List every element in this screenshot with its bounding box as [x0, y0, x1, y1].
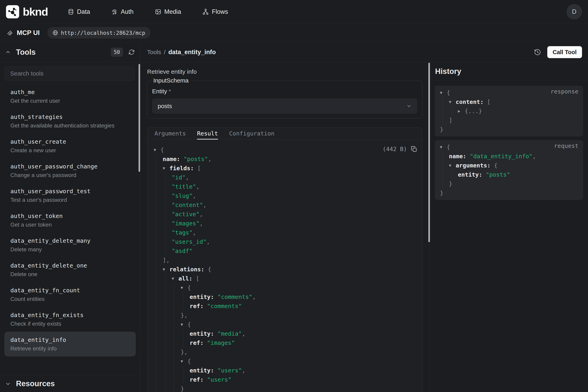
tool-description: Create a new user — [10, 147, 130, 154]
json-row: ▼{ — [154, 320, 417, 329]
json-row: } — [440, 179, 579, 188]
mcp-title: MCP UI — [17, 29, 40, 36]
tool-name: auth_user_password_change — [10, 163, 130, 170]
tool-list-item[interactable]: auth_user_password_testTest a user's pas… — [4, 183, 136, 208]
tool-detail-header: Tools / data_entity_info Call Tool — [140, 42, 588, 62]
tab-configuration[interactable]: Configuration — [229, 128, 274, 140]
json-row: entity: "users", — [154, 366, 417, 375]
tool-list-item[interactable]: auth_user_tokenGet a user token — [4, 208, 136, 232]
json-row: ref: "comments" — [154, 302, 417, 311]
collapse-toggle-icon[interactable]: ▼ — [449, 97, 456, 106]
collapse-toggle-icon[interactable]: ▼ — [181, 357, 188, 366]
mcp-url-pill[interactable]: http://localhost:28623/mcp — [47, 27, 151, 38]
search-tools-input[interactable]: Search tools — [4, 66, 135, 80]
tool-name: auth_me — [10, 88, 130, 96]
collapse-toggle-icon[interactable]: ▼ — [181, 320, 188, 329]
nav-item-media[interactable]: Media — [155, 8, 181, 16]
collapse-toggle-icon[interactable]: ▼ — [172, 274, 179, 283]
tab-bar: Arguments Result Configuration — [147, 128, 422, 140]
content-scrollbar[interactable] — [428, 63, 430, 242]
primary-nav: Data Auth — [68, 8, 228, 16]
json-row: entity: "posts" — [440, 170, 579, 179]
brand-logo[interactable]: bknd — [6, 5, 48, 18]
tool-list-item[interactable]: data_entity_infoRetrieve entity info — [4, 332, 136, 356]
json-row: entity: "comments", — [154, 292, 417, 302]
breadcrumb-separator: / — [164, 49, 166, 56]
json-row: "slug", — [154, 191, 417, 200]
tool-name: data_entity_fn_exists — [10, 311, 130, 319]
json-row: ▼all: [ — [154, 274, 417, 283]
nav-item-auth[interactable]: Auth — [111, 8, 134, 16]
tool-description: Delete many — [10, 246, 130, 253]
tab-arguments[interactable]: Arguments — [155, 128, 186, 140]
resources-section-header[interactable]: Resources — [0, 375, 140, 392]
collapse-toggle-icon[interactable]: ▼ — [449, 161, 456, 170]
result-json-viewer: ▼{name: "posts",▼fields: ["id","title","… — [147, 140, 422, 392]
image-icon — [155, 8, 161, 15]
json-row: } — [154, 384, 417, 392]
tool-list-item[interactable]: auth_user_password_changeChange a user's… — [4, 158, 136, 183]
tool-list-item[interactable]: data_entity_fn_countCount entities — [4, 282, 136, 307]
tool-list-item[interactable]: data_entity_fn_existsCheck if entity exi… — [4, 307, 136, 332]
collapse-toggle-icon[interactable]: ▼ — [181, 283, 188, 292]
mcp-logo-icon — [6, 29, 13, 36]
globe-icon — [52, 30, 58, 36]
tool-description: Get the current user — [10, 98, 130, 104]
sidebar-scrollbar[interactable] — [139, 64, 140, 172]
history-request-card[interactable]: request ▼{name: "data_entity_info",▼argu… — [435, 140, 583, 200]
tool-list-item[interactable]: auth_strategiesGet the available authent… — [4, 109, 136, 134]
json-row: ], — [154, 256, 417, 265]
tool-description: Change a user's password — [10, 172, 130, 178]
chevron-up-icon[interactable] — [5, 49, 11, 55]
collapse-toggle-icon[interactable]: ▼ — [154, 145, 161, 154]
resources-section-title: Resources — [16, 380, 55, 388]
entity-select[interactable]: posts — [152, 98, 417, 114]
json-row: "tags", — [154, 228, 417, 237]
nav-item-label: Data — [77, 8, 90, 16]
collapse-toggle-icon[interactable]: ▼ — [440, 88, 447, 97]
workflow-icon — [202, 8, 209, 15]
tool-name: auth_user_password_test — [10, 188, 130, 195]
nav-item-flows[interactable]: Flows — [202, 8, 228, 16]
user-avatar[interactable]: D — [567, 4, 582, 20]
breadcrumb-section[interactable]: Tools — [147, 49, 161, 56]
tool-list-item[interactable]: auth_user_createCreate a new user — [4, 134, 136, 158]
collapse-toggle-icon[interactable]: ▼ — [163, 265, 170, 274]
call-tool-button[interactable]: Call Tool — [547, 46, 582, 58]
history-icon[interactable] — [534, 48, 541, 56]
history-response-card[interactable]: response ▼{▼content: [▶{...}]} — [435, 86, 583, 136]
tab-result[interactable]: Result — [197, 128, 218, 140]
expand-toggle-icon[interactable]: ▶ — [458, 106, 465, 116]
tool-list-item[interactable]: data_entity_delete_manyDelete many — [4, 232, 136, 257]
tools-section-title: Tools — [16, 48, 36, 56]
json-row: ▼{ — [154, 145, 417, 154]
response-label: response — [551, 88, 579, 95]
copy-icon[interactable] — [410, 146, 417, 152]
refresh-icon[interactable] — [128, 49, 135, 56]
collapse-toggle-icon[interactable]: ▼ — [163, 164, 170, 173]
tool-description: Get the available authentication strateg… — [10, 122, 130, 129]
tool-description: Retrieve entity info — [147, 68, 430, 75]
json-row: "content", — [154, 200, 417, 210]
tool-name: data_entity_info — [10, 336, 130, 344]
breadcrumb-current-tool: data_entity_info — [168, 48, 216, 56]
required-mark: * — [169, 88, 171, 94]
tool-list-item[interactable]: auth_meGet the current user — [4, 84, 136, 109]
tool-list-item[interactable]: data_entity_delete_oneDelete one — [4, 257, 136, 282]
json-row: name: "posts", — [154, 154, 417, 164]
json-row: "title", — [154, 182, 417, 191]
json-row: }, — [154, 311, 417, 320]
collapse-toggle-icon[interactable]: ▼ — [440, 142, 447, 152]
nav-item-data[interactable]: Data — [68, 8, 90, 16]
brand-name: bknd — [23, 5, 48, 18]
tool-description: Get a user token — [10, 221, 130, 228]
tools-section-header: Tools 50 — [0, 42, 140, 62]
input-schema-fieldset: InputSchema Entity* posts — [147, 80, 422, 118]
input-schema-legend: InputSchema — [151, 77, 191, 84]
json-row: "images", — [154, 219, 417, 228]
tool-name: auth_user_token — [10, 212, 130, 220]
json-row: ▼{ — [154, 357, 417, 366]
json-row: ref: "images" — [154, 338, 417, 348]
entity-select-value: posts — [158, 103, 172, 110]
tools-count-badge: 50 — [111, 48, 123, 57]
